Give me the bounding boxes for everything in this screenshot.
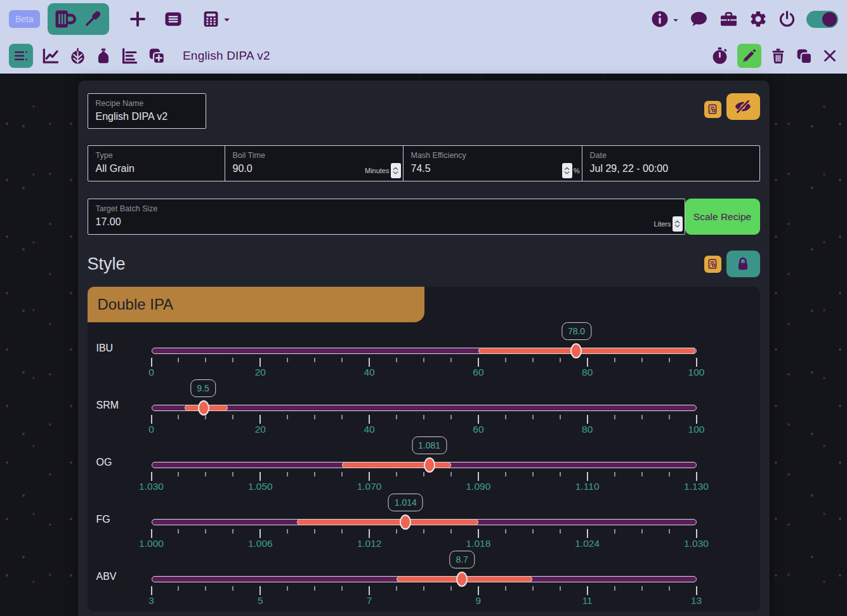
major-tick	[369, 586, 370, 595]
minor-tick	[314, 586, 315, 591]
recipe-field[interactable]: Mash Efficiency 74.5 %	[403, 146, 582, 181]
mash-paddle-icon	[82, 8, 103, 30]
calculators-button[interactable]	[202, 10, 230, 29]
toolbox-icon	[719, 10, 739, 29]
minor-tick	[614, 529, 615, 534]
tick-label: 0	[148, 367, 154, 378]
major-tick	[478, 358, 479, 367]
stopwatch-icon	[711, 46, 729, 65]
tab-fermentation-chart[interactable]	[41, 46, 60, 65]
tick-label: 1.024	[575, 538, 600, 549]
tick-label: 1.006	[248, 538, 273, 549]
major-tick	[587, 586, 588, 595]
tab-recipe-overview[interactable]	[9, 44, 33, 68]
target-batch-size-field[interactable]: Target Batch Size 17.00 Liters	[88, 199, 685, 235]
minor-tick	[396, 586, 397, 591]
number-spinner[interactable]	[391, 163, 401, 178]
slider-ticks	[152, 586, 697, 595]
minor-tick	[532, 415, 534, 419]
slider-handle[interactable]	[424, 457, 435, 473]
minor-tick	[341, 586, 343, 591]
minor-tick	[669, 358, 670, 362]
brew-timer-button[interactable]	[711, 46, 729, 65]
duplicate-recipe-button[interactable]	[795, 47, 813, 65]
style-range-segment	[478, 348, 696, 354]
minor-tick	[314, 529, 315, 534]
minor-tick	[314, 358, 315, 362]
logout-button[interactable]	[778, 10, 796, 29]
number-spinner[interactable]	[673, 216, 683, 232]
copy-icon	[795, 47, 813, 65]
tick-label: 9	[476, 595, 482, 606]
line-chart-icon	[41, 46, 60, 65]
tick-label: 1.110	[575, 481, 600, 492]
equipment-toolbox-button[interactable]	[719, 10, 739, 29]
slider-handle[interactable]	[456, 572, 468, 587]
scale-recipe-button[interactable]: Scale Recipe	[685, 199, 760, 235]
style-log-button[interactable]	[704, 256, 721, 273]
major-tick	[478, 472, 479, 481]
recipe-log-button[interactable]	[704, 101, 721, 118]
main-content: Recipe Name English DIPA v2	[0, 81, 847, 616]
minor-tick	[669, 586, 670, 591]
close-recipe-button[interactable]	[822, 48, 838, 64]
slider-handle[interactable]	[570, 343, 582, 358]
tick-label: 1.018	[466, 538, 490, 549]
tick-label: 60	[473, 367, 483, 378]
style-range-segment	[297, 519, 478, 525]
settings-button[interactable]	[749, 10, 768, 29]
minor-tick	[232, 415, 233, 419]
theme-toggle-switch[interactable]	[806, 11, 838, 28]
style-name-header[interactable]: Double IPA	[88, 287, 424, 322]
slider-label: ABV	[96, 571, 117, 582]
major-tick	[696, 529, 697, 538]
slider-handle[interactable]	[198, 400, 209, 416]
slider-handle[interactable]	[400, 514, 411, 530]
trash-icon	[770, 47, 787, 65]
minor-tick	[450, 415, 452, 419]
tick-label: 1.030	[139, 481, 164, 492]
minor-tick	[314, 472, 315, 476]
recipe-name-field[interactable]: Recipe Name English DIPA v2	[88, 93, 206, 129]
minor-tick	[450, 358, 452, 362]
field-label: Boil Time	[233, 151, 395, 160]
minor-tick	[341, 415, 343, 419]
brewing-home-button[interactable]	[48, 3, 109, 35]
slider-track[interactable]	[152, 348, 697, 354]
tab-stats[interactable]	[120, 46, 139, 65]
number-spinner[interactable]	[562, 163, 572, 178]
hide-recipe-button[interactable]	[726, 93, 760, 120]
recipe-field[interactable]: Type All Grain	[88, 146, 225, 181]
minor-tick	[205, 415, 206, 419]
power-icon	[778, 10, 796, 29]
minor-tick	[287, 586, 288, 591]
tick-label: 20	[255, 367, 266, 378]
minor-tick	[178, 529, 179, 534]
recipe-list-button[interactable]	[164, 10, 183, 29]
edit-recipe-button[interactable]	[737, 44, 761, 68]
style-lock-button[interactable]	[726, 251, 760, 277]
recipe-field[interactable]: Boil Time 90.0 Minutes	[225, 146, 403, 181]
minor-tick	[423, 529, 424, 534]
slider-track[interactable]	[152, 405, 697, 411]
field-label: Target Batch Size	[96, 204, 677, 213]
tab-hops[interactable]	[69, 47, 87, 65]
minor-tick	[450, 472, 452, 476]
slider-tick-labels: 35791113	[152, 595, 697, 608]
info-menu-button[interactable]	[650, 10, 679, 29]
add-recipe-button[interactable]	[128, 10, 147, 29]
plus-icon	[128, 10, 147, 29]
delete-recipe-button[interactable]	[770, 47, 787, 65]
minor-tick	[560, 586, 561, 591]
hop-icon	[69, 47, 87, 65]
feedback-chat-button[interactable]	[689, 10, 709, 29]
toggle-knob	[822, 12, 837, 27]
slider-track[interactable]	[152, 462, 697, 468]
slider-value: 1.081	[418, 440, 440, 450]
tab-add-to-batch[interactable]	[147, 46, 166, 65]
tick-label: 0	[148, 424, 154, 435]
tab-fermentables[interactable]	[95, 47, 112, 65]
slider-track[interactable]	[152, 576, 697, 582]
slider-track[interactable]	[152, 519, 697, 525]
recipe-field[interactable]: Date Jul 29, 22 - 00:00	[582, 146, 759, 181]
